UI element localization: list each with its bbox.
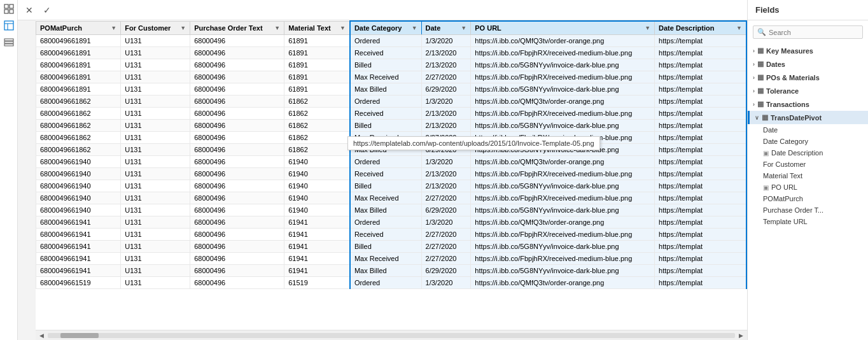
col-header-materialtext[interactable]: Material Text ▼ (284, 21, 350, 35)
col-header-date[interactable]: Date ▼ (421, 21, 471, 35)
table-cell-datecategory: Received (350, 108, 421, 120)
table-cell-forcustomer: U131 (121, 108, 190, 120)
data-table-container[interactable]: POMatPurch ▼ For Customer ▼ Purchase Ord… (36, 20, 747, 330)
table-cell-date: 2/13/2020 (421, 59, 471, 71)
table-cell-pourl: https://i.ibb.co/5G8NYyv/invoice-dark-bl… (471, 120, 655, 132)
table-cell-datedescription: https://templat (655, 192, 746, 204)
group-pos-materials[interactable]: › ▦ POs & Materials (748, 71, 868, 84)
table-cell-materialtext: 61862 (284, 120, 350, 132)
table-cell-purchaseordertext: 68000496 (190, 132, 284, 144)
group-transdatepivot[interactable]: ∨ ▦ TransDatePivot (748, 111, 868, 124)
col-header-pomatpurch[interactable]: POMatPurch ▼ (36, 21, 121, 35)
table-cell-materialtext: 61891 (284, 59, 350, 71)
group-transactions[interactable]: › ▦ Transactions (748, 97, 868, 111)
filter-icon-materialtext[interactable]: ▼ (340, 25, 346, 31)
table-cell-pomatpurch: 6800049661862 (36, 108, 121, 120)
scroll-thumb[interactable] (60, 333, 99, 338)
table-cell-datedescription: https://templat (655, 108, 746, 120)
table-cell-purchaseordertext: 68000496 (190, 120, 284, 132)
table-row: 6800049661940U1316800049661940Received2/… (36, 168, 747, 180)
table-cell-purchaseordertext: 68000496 (190, 241, 284, 253)
filter-icon-datedescription[interactable]: ▼ (736, 25, 742, 31)
group-dates[interactable]: › ▦ Dates (748, 57, 868, 71)
table-cell-datedescription: https://templat (655, 265, 746, 277)
table-cell-datedescription: https://templat (655, 132, 746, 144)
field-item-date[interactable]: Date (748, 124, 868, 136)
col-header-purchaseordertext[interactable]: Purchase Order Text ▼ (190, 21, 284, 35)
measure-icon-date-description: ▣ (763, 150, 769, 157)
field-item-pomatpurch[interactable]: POMatPurch (748, 193, 868, 204)
table-cell-purchaseordertext: 68000496 (190, 96, 284, 108)
table-cell-pourl: https://i.ibb.co/QMfQ3tv/order-orange.pn… (471, 277, 655, 289)
svg-rect-0 (4, 4, 8, 8)
table-cell-datecategory: Ordered (350, 216, 421, 229)
table-row: 6800049661862U1316800049661862Received2/… (36, 108, 747, 120)
search-icon: 🔍 (757, 28, 766, 36)
table-cell-datecategory: Billed (350, 241, 421, 253)
chevron-right-icon-dates: › (753, 61, 755, 67)
group-key-measures[interactable]: › ▦ Key Measures (748, 44, 868, 57)
table-cell-purchaseordertext: 68000496 (190, 216, 284, 229)
field-item-material-text[interactable]: Material Text (748, 170, 868, 181)
table-cell-purchaseordertext: 68000496 (190, 47, 284, 59)
table-cell-date: 6/29/2020 (421, 265, 471, 277)
field-item-po-url[interactable]: ▣ PO URL (748, 181, 868, 193)
filter-icon-forcustomer[interactable]: ▼ (180, 25, 186, 31)
bottom-scroll-bar[interactable]: ◀ ▶ (36, 330, 747, 340)
table-icon[interactable] (3, 19, 15, 32)
table-cell-forcustomer: U131 (121, 144, 190, 156)
svg-rect-7 (4, 39, 13, 41)
field-item-template-url[interactable]: Template URL (748, 216, 868, 227)
table-cell-date: 2/27/2020 (421, 192, 471, 204)
scroll-left-icon[interactable]: ◀ (38, 332, 45, 339)
filter-icon-datecategory[interactable]: ▼ (412, 25, 417, 31)
table-cell-datedescription: https://templat (655, 96, 746, 108)
table-row: 6800049661941U1316800049661941Ordered1/3… (36, 216, 747, 229)
field-item-purchase-order-t[interactable]: Purchase Order T... (748, 204, 868, 216)
table-cell-materialtext: 61940 (284, 180, 350, 192)
table-cell-pomatpurch: 6800049661940 (36, 180, 121, 192)
grid-icon[interactable] (3, 3, 15, 15)
table-cell-pomatpurch: 6800049661891 (36, 59, 121, 71)
table-cell-date: 2/27/2020 (421, 253, 471, 265)
fields-list: › ▦ Key Measures › ▦ Dates › ▦ POs & Mat… (748, 44, 868, 340)
group-tolerance[interactable]: › ▦ Tolerance (748, 84, 868, 97)
filter-icon-pomatpurch[interactable]: ▼ (111, 25, 116, 31)
table-cell-pomatpurch: 6800049661891 (36, 71, 121, 83)
col-header-datedescription[interactable]: Date Description ▼ (655, 21, 746, 35)
check-icon[interactable]: ✓ (41, 4, 53, 17)
table-row: 6800049661941U1316800049661941Billed2/27… (36, 241, 747, 253)
table-cell-forcustomer: U131 (121, 120, 190, 132)
filter-icon-purchaseordertext[interactable]: ▼ (274, 25, 280, 31)
field-item-date-description[interactable]: ▣ Date Description (748, 147, 868, 159)
col-header-forcustomer[interactable]: For Customer ▼ (121, 21, 190, 35)
table-cell-date: 1/3/2020 (421, 156, 471, 168)
table-cell-date: 1/3/2020 (421, 216, 471, 229)
close-icon[interactable]: ✕ (23, 4, 36, 17)
table-cell-datedescription: https://templat (655, 120, 746, 132)
field-label-material-text: Material Text (763, 172, 802, 180)
search-box[interactable]: 🔍 (753, 25, 863, 39)
col-header-pourl[interactable]: PO URL ▼ (471, 21, 655, 35)
table-cell-forcustomer: U131 (121, 35, 190, 47)
table-cell-datedescription: https://templat (655, 168, 746, 180)
table-cell-datecategory: Received (350, 168, 421, 180)
table-cell-pomatpurch: 6800049661891 (36, 47, 121, 59)
field-item-date-category[interactable]: Date Category (748, 136, 868, 147)
table-cell-datedescription: https://templat (655, 83, 746, 96)
filter-icon-pourl[interactable]: ▼ (645, 25, 650, 31)
table-cell-materialtext: 61862 (284, 96, 350, 108)
field-label-for-customer: For Customer (763, 160, 806, 168)
table-row: 6800049661941U1316800049661941Max Receiv… (36, 253, 747, 265)
table-cell-pomatpurch: 6800049661941 (36, 241, 121, 253)
filter-icon-date[interactable]: ▼ (461, 25, 466, 31)
table-cell-forcustomer: U131 (121, 241, 190, 253)
col-header-datecategory[interactable]: Date Category ▼ (350, 21, 421, 35)
group-label-transdatepivot: TransDatePivot (771, 114, 822, 122)
table-cell-purchaseordertext: 68000496 (190, 168, 284, 180)
scroll-right-icon[interactable]: ▶ (738, 332, 745, 339)
table-cell-date: 1/3/2020 (421, 277, 471, 289)
field-item-for-customer[interactable]: For Customer (748, 159, 868, 170)
layers-icon[interactable] (3, 36, 15, 48)
search-input[interactable] (769, 29, 858, 36)
